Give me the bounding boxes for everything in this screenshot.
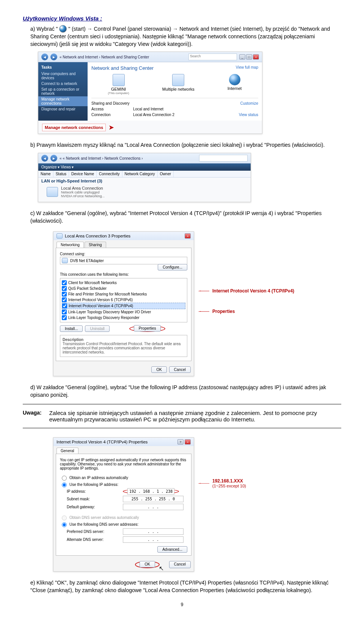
advanced-button[interactable]: Advanced... — [157, 546, 187, 553]
connection-item[interactable]: Local Area Connection Network cable unpl… — [38, 184, 251, 202]
callout-properties: Properties — [212, 309, 235, 314]
item-lltd-resp: Link-Layer Topology Discovery Responder — [68, 316, 140, 320]
col-name[interactable]: Name — [38, 171, 53, 177]
row3-a: Connection — [91, 113, 133, 117]
tab-sharing[interactable]: Sharing — [85, 242, 106, 248]
view-full-map[interactable]: View full map — [236, 65, 258, 71]
cancel-button[interactable]: Cancel — [169, 561, 191, 568]
properties-button[interactable]: Properties — [134, 325, 161, 332]
items-label: This connection uses the following items… — [60, 272, 187, 277]
search-input[interactable] — [199, 155, 248, 162]
pref-dns-field[interactable]: . . . — [123, 528, 184, 535]
breadcrumb[interactable]: « Network and Internet › Network and Sha… — [60, 55, 186, 59]
col-status[interactable]: Status — [53, 171, 69, 177]
nav-fwd-icon[interactable]: ► — [50, 155, 57, 162]
close-icon[interactable]: × — [185, 233, 191, 239]
tab-networking[interactable]: Networking — [56, 242, 84, 248]
search-input[interactable]: Search — [188, 53, 237, 60]
close-icon[interactable]: × — [185, 439, 191, 445]
step-a: a) Wybrać " " (start) → Control Panel (p… — [30, 25, 341, 48]
step-e: e) Kliknąć "OK", by zamknąć okno dialogo… — [30, 579, 341, 594]
breadcrumb[interactable]: « « Network and Internet › Network Conne… — [60, 156, 197, 160]
alt-dns-label: Alternate DNS server: — [67, 537, 120, 542]
col-category[interactable]: Network Category — [122, 171, 158, 177]
adapter-icon — [62, 258, 68, 263]
install-button[interactable]: Install... — [60, 325, 83, 332]
screenshot-ipv4-properties: Internet Protocol Version 4 (TCP/IPv4) P… — [53, 437, 194, 572]
col-device[interactable]: Device Name — [69, 171, 97, 177]
maximize-icon[interactable]: □ — [246, 54, 252, 60]
radio-auto-dns — [62, 515, 67, 520]
task-manage-connections[interactable]: Manage network connections — [38, 96, 88, 106]
callout-ip-range: (1~255 except 10) — [212, 484, 246, 488]
globe-icon — [229, 74, 240, 85]
separator — [23, 404, 341, 404]
item-ipv4: Internet Protocol Version 4 (TCP/IPv4) — [69, 304, 133, 308]
minimize-icon[interactable]: _ — [239, 54, 245, 60]
col-connectivity[interactable]: Connectivity — [97, 171, 122, 177]
computer-icon — [113, 74, 125, 86]
configure-button[interactable]: Configure... — [158, 264, 187, 270]
chk-ipv4[interactable] — [62, 303, 67, 308]
help-icon[interactable]: ? — [177, 439, 184, 445]
col-owner[interactable]: Owner — [158, 171, 174, 177]
internet-node: Internet — [228, 74, 242, 95]
row1-a: Sharing and Discovery — [91, 101, 133, 105]
screenshot-network-sharing: ◄ ► « Network and Internet › Network and… — [38, 52, 262, 134]
network-icon — [172, 74, 184, 86]
ok-button[interactable]: OK — [151, 366, 166, 373]
task-connect-network[interactable]: Connect to a network — [38, 81, 88, 86]
row2-a: Access — [91, 107, 133, 111]
radio-manual-ip[interactable] — [62, 482, 67, 487]
alt-dns-field[interactable]: . . . — [123, 536, 184, 543]
network-node: Multiple networks — [162, 74, 195, 95]
chk-fileshare[interactable] — [62, 292, 67, 297]
page-number: 9 — [23, 602, 341, 607]
chk-lltd-resp[interactable] — [62, 315, 67, 320]
task-diagnose[interactable]: Diagnose and repair — [38, 106, 88, 112]
screenshot-lac-properties: Local Area Connection 3 Properties × Net… — [53, 231, 194, 376]
lan-adapter-icon — [47, 187, 58, 197]
red-arrow-icon — [198, 311, 209, 312]
radio-manual-dns[interactable] — [62, 522, 67, 527]
chk-ipv6[interactable] — [62, 297, 67, 302]
callout-ipv4: Internet Protocol Version 4 (TCP/IPv4) — [212, 288, 294, 294]
dialog-title: Internet Protocol Version 4 (TCP/IPv4) P… — [56, 440, 147, 444]
uninstall-button: Uninstall — [85, 325, 109, 332]
ok-button[interactable]: OK — [140, 561, 155, 567]
desc-body: Transmission Control Protocol/Internet P… — [63, 342, 185, 354]
gateway-field[interactable]: . . . — [123, 504, 184, 510]
item-qos: QoS Packet Scheduler — [68, 286, 107, 291]
chk-lltd-map[interactable] — [62, 310, 67, 314]
view-status-link[interactable]: View status — [239, 113, 258, 117]
chk-client[interactable] — [62, 280, 67, 285]
red-arrow-icon — [198, 291, 209, 291]
row3-b: Local Area Connection 2 — [133, 113, 239, 117]
connection-status: Network cable unplugged — [61, 190, 105, 194]
task-setup-connection[interactable]: Set up a connection or network — [38, 86, 88, 96]
subnet-field[interactable]: 255 . 255 . 255 . 0 — [123, 496, 184, 502]
nav-back-icon[interactable]: ◄ — [41, 53, 48, 60]
task-view-computers[interactable]: View computers and devices — [38, 71, 88, 81]
close-icon[interactable]: × — [253, 54, 259, 60]
step-c: c) W zakładce "General (ogólne), wybrać … — [30, 210, 341, 225]
customize-link[interactable]: Customize — [240, 101, 258, 105]
subnet-label: Subnet mask: — [67, 497, 120, 501]
chk-qos[interactable] — [62, 286, 67, 291]
radio-auto-ip[interactable] — [62, 476, 67, 481]
ip-field[interactable]: 192 . 168 . 1 . 238 — [127, 488, 174, 495]
main-title: Network and Sharing Center — [91, 65, 154, 71]
nav-fwd-icon[interactable]: ► — [50, 53, 57, 60]
screenshot-network-connections: ◄ ► « « Network and Internet › Network C… — [38, 153, 251, 202]
nav-back-icon[interactable]: ◄ — [41, 155, 48, 162]
cancel-button[interactable]: Cancel — [169, 366, 191, 373]
toolbar[interactable]: Organize ▾ Views ▾ — [38, 163, 251, 171]
pointer-arrow-icon: ➤ — [108, 123, 114, 132]
note-text: Zaleca się spisanie istniejących ustawie… — [49, 410, 341, 423]
desc-heading: Description — [63, 338, 185, 342]
callout-manage-connections: Manage network connections — [42, 124, 106, 131]
tab-general[interactable]: General — [56, 448, 78, 454]
step-a-text: " (start) → Control Panel (panel sterowa… — [30, 26, 330, 47]
connect-using-label: Connect using: — [60, 252, 187, 256]
network-label: Multiple networks — [162, 87, 195, 91]
